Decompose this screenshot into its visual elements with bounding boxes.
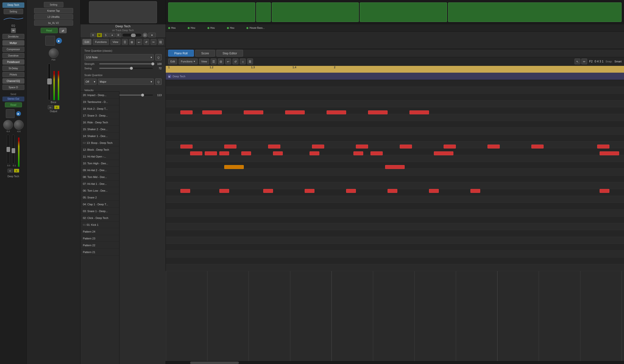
- note-kick-4[interactable]: [305, 189, 314, 193]
- channel-knob-1[interactable]: [49, 48, 58, 58]
- note-kick-8[interactable]: [470, 189, 480, 193]
- pattern-item-18[interactable]: 18: Kick 2 - Deep T...: [80, 105, 119, 112]
- drm-machine-btn[interactable]: DrmMchn: [2, 34, 24, 39]
- note-kick-1[interactable]: [180, 189, 190, 193]
- note-tomh-8[interactable]: [488, 145, 500, 149]
- note-r1-3[interactable]: [244, 110, 263, 114]
- scale-q-btn[interactable]: Q: [155, 78, 162, 85]
- pattern-item-08[interactable]: 08: Tom Mid - Dee...: [80, 174, 119, 181]
- note-snare2-1[interactable]: [224, 165, 244, 169]
- pattern-item-06[interactable]: 06: Tom Low - Dee...: [80, 187, 119, 194]
- note-r1-1[interactable]: [180, 110, 193, 114]
- note-r1-5[interactable]: [327, 110, 346, 114]
- pr-grid-icon[interactable]: ⊟: [218, 58, 224, 64]
- pattern-item-13[interactable]: C2 13: Boop - Deep Tech: [80, 139, 119, 146]
- pattern-item-05[interactable]: 05: Snare 2: [80, 194, 119, 201]
- note-hh1-1[interactable]: [190, 151, 202, 155]
- pattern-item-11[interactable]: 11: Hi-Hat Open -...: [80, 153, 119, 160]
- pr-filter-icon[interactable]: ⌽: [240, 58, 246, 64]
- pattern-item-14[interactable]: 14: Shaker 1 - Dee...: [80, 133, 119, 139]
- stereo-out-label[interactable]: Stereo Out: [2, 97, 24, 102]
- horizontal-scrollbar[interactable]: [166, 361, 624, 364]
- pattern-item-19[interactable]: 19: Tambourine - D...: [80, 99, 119, 105]
- pattern-item-17[interactable]: 17: Snare 3 - Deep...: [80, 112, 119, 119]
- pr-measure-header[interactable]: 1 1.2 1.3 1.4 2: [166, 66, 624, 73]
- level-knob[interactable]: ◎: [143, 33, 148, 38]
- r-button[interactable]: R: [116, 33, 121, 37]
- kramer-tap-slot[interactable]: Kramer Tap: [34, 8, 73, 13]
- read-button[interactable]: Read: [5, 103, 22, 107]
- pattern-item-10[interactable]: 10: Tom High - Dee...: [80, 160, 119, 167]
- pr-chain-icon[interactable]: ⛓: [247, 58, 253, 64]
- pr-functions-btn[interactable]: Functions ▼: [179, 58, 198, 64]
- pedalboard-btn[interactable]: Pedalboard: [2, 59, 24, 65]
- note-tomh-1[interactable]: [180, 145, 193, 149]
- l3-ultra-slot[interactable]: L3 UltraMa: [34, 14, 73, 20]
- st-delay-btn[interactable]: St-Delay: [2, 66, 24, 71]
- channel-fader[interactable]: [48, 64, 51, 100]
- channel-read-btn[interactable]: Read: [41, 28, 58, 33]
- pattern-item-12[interactable]: 12: Block - Deep Tech: [80, 146, 119, 153]
- note-kick-2[interactable]: [219, 189, 229, 193]
- q-button[interactable]: Q: [155, 54, 162, 60]
- pr-view-btn[interactable]: View: [199, 58, 209, 64]
- pattern-item-16[interactable]: 16: Ride - Deep Tech: [80, 119, 119, 126]
- channel-m-btn[interactable]: M: [48, 105, 53, 109]
- step-editor-tab[interactable]: Step Editor: [216, 50, 243, 56]
- pr-edit-btn[interactable]: Edit: [168, 58, 177, 64]
- note-r1-7[interactable]: [410, 110, 429, 114]
- pr-list-icon[interactable]: ☰: [210, 58, 216, 64]
- knob-1[interactable]: [3, 120, 13, 130]
- cycle-icon-btn[interactable]: ↺: [144, 39, 149, 45]
- pr-arrow-left-icon[interactable]: ↩: [225, 58, 231, 64]
- note-hh1-3[interactable]: [219, 151, 229, 155]
- pattern-item-02[interactable]: 02: Click - Deep Tech: [80, 214, 119, 221]
- note-r1-2[interactable]: [202, 110, 222, 114]
- s-button[interactable]: S: [103, 33, 108, 37]
- note-tomh-6[interactable]: [400, 145, 412, 149]
- note-r1-6[interactable]: [368, 110, 388, 114]
- channel-setting-btn[interactable]: Setting: [44, 2, 63, 7]
- compressor-btn[interactable]: Compressor: [2, 47, 24, 52]
- list-icon-btn[interactable]: ☰: [122, 39, 128, 45]
- note-kick-9[interactable]: [600, 189, 609, 193]
- note-snare2-2[interactable]: [385, 165, 405, 169]
- scrollbar-thumb[interactable]: [190, 362, 239, 364]
- note-r1-4[interactable]: [285, 110, 305, 114]
- knob-2[interactable]: [14, 120, 24, 130]
- scissors-icon-btn[interactable]: ✂: [151, 39, 156, 45]
- m-button[interactable]: M: [97, 33, 102, 37]
- note-tomh-10[interactable]: [597, 145, 609, 149]
- swing-slider[interactable]: [99, 68, 153, 69]
- track-name-label[interactable]: Deep Tech: [2, 2, 24, 8]
- pattern-item-20[interactable]: 20: Impact - Deep...: [80, 92, 119, 99]
- note-hh1-10[interactable]: [600, 151, 619, 155]
- pattern-22[interactable]: Pattern 22: [80, 242, 119, 249]
- channel-arrows-btn[interactable]: ⇄: [59, 28, 67, 33]
- pointer-tool[interactable]: ↖: [574, 58, 580, 64]
- transport-slider[interactable]: [122, 33, 142, 37]
- pattern-item-01[interactable]: C1 01: Kick 1: [80, 221, 119, 228]
- pattern-24[interactable]: Pattern 24: [80, 228, 119, 235]
- pattern-item-09[interactable]: 09: Hi-Hat 2 - Dee...: [80, 167, 119, 174]
- note-kick-3[interactable]: [263, 189, 273, 193]
- pattern-item-04[interactable]: 04: Clap 1 - Deep T...: [80, 201, 119, 208]
- note-kick-6[interactable]: [388, 189, 397, 193]
- off-select[interactable]: Off ▾: [84, 78, 97, 85]
- pattern-21[interactable]: Pattern 21: [80, 249, 119, 256]
- score-tab[interactable]: Score: [195, 50, 215, 56]
- strength-slider[interactable]: [99, 63, 153, 64]
- note-tomh-7[interactable]: [444, 145, 456, 149]
- fader-1[interactable]: [7, 134, 9, 164]
- left-arrow-icon-btn[interactable]: ↜: [136, 39, 142, 45]
- note-hh1-7[interactable]: [353, 151, 363, 155]
- note-kick-5[interactable]: [346, 189, 356, 193]
- note-hh1-4[interactable]: [241, 151, 251, 155]
- note-hh1-5[interactable]: [273, 151, 283, 155]
- edit-button[interactable]: Edit: [82, 39, 91, 45]
- note-kick-7[interactable]: [429, 189, 439, 193]
- note-tomh-4[interactable]: [312, 145, 324, 149]
- multipr-btn[interactable]: Multipr: [2, 40, 24, 46]
- note-hh1-6[interactable]: [310, 151, 319, 155]
- ptverb-btn[interactable]: PtVerb: [2, 72, 24, 77]
